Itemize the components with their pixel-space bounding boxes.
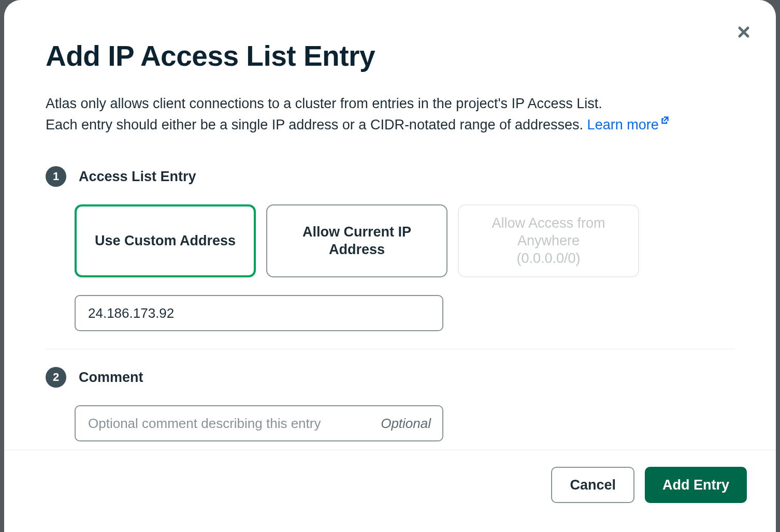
modal-description: Atlas only allows client connections to … <box>46 93 734 135</box>
cancel-button[interactable]: Cancel <box>551 467 634 503</box>
section-comment: 2 Comment Optional <box>46 367 734 441</box>
close-icon[interactable] <box>738 26 750 38</box>
modal-title: Add IP Access List Entry <box>46 39 734 72</box>
comment-input-wrap: Optional <box>75 405 443 441</box>
learn-more-text: Learn more <box>587 117 659 132</box>
section-header-1: 1 Access List Entry <box>46 166 734 187</box>
modal-body: Add IP Access List Entry Atlas only allo… <box>4 0 776 450</box>
step-title-1: Access List Entry <box>79 169 196 185</box>
external-link-icon <box>661 116 669 124</box>
modal-footer: Cancel Add Entry <box>4 450 776 532</box>
description-line1: Atlas only allows client connections to … <box>46 96 602 111</box>
ip-address-input[interactable] <box>75 295 443 331</box>
step1-content: Use Custom Address Allow Current IP Addr… <box>75 204 734 331</box>
option-allow-anywhere: Allow Access from Anywhere (0.0.0.0/0) <box>458 204 639 277</box>
option-use-custom-address[interactable]: Use Custom Address <box>75 204 256 277</box>
add-ip-access-modal: Add IP Access List Entry Atlas only allo… <box>4 0 776 532</box>
section-divider <box>46 349 734 349</box>
step-badge-1: 1 <box>46 166 66 187</box>
description-line2: Each entry should either be a single IP … <box>46 117 587 132</box>
step-badge-2: 2 <box>46 367 66 388</box>
option-allow-current-ip[interactable]: Allow Current IP Address <box>266 204 447 277</box>
ip-input-wrap <box>75 295 443 331</box>
option-anywhere-label: Allow Access from Anywhere <box>473 215 624 250</box>
learn-more-link[interactable]: Learn more <box>587 117 669 132</box>
section-access-list-entry: 1 Access List Entry Use Custom Address A… <box>46 166 734 331</box>
add-entry-button[interactable]: Add Entry <box>645 467 747 503</box>
entry-type-options: Use Custom Address Allow Current IP Addr… <box>75 204 734 277</box>
comment-input[interactable] <box>75 405 443 441</box>
step2-content: Optional <box>75 405 734 441</box>
step-title-2: Comment <box>79 370 143 386</box>
option-anywhere-cidr: (0.0.0.0/0) <box>516 250 580 268</box>
section-header-2: 2 Comment <box>46 367 734 388</box>
